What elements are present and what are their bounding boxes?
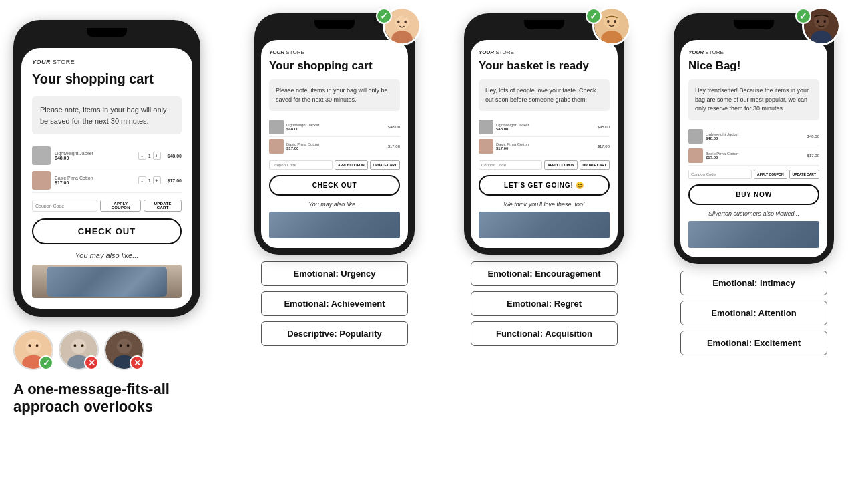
item-total: $17.00 bbox=[388, 144, 400, 148]
item-total: $48.00 bbox=[807, 134, 819, 138]
also-like-image bbox=[688, 221, 819, 248]
qty-controls[interactable]: - 1 + bbox=[138, 176, 161, 184]
product-image-jacket bbox=[32, 146, 51, 165]
check-badge: ✓ bbox=[39, 355, 53, 370]
item-price: $17.00 bbox=[55, 180, 134, 185]
notice-text: Please note, items in your bag will only… bbox=[276, 86, 393, 104]
coupon-row: APPLY COUPON UPDATE CART bbox=[269, 160, 400, 170]
product-image bbox=[688, 129, 703, 144]
also-like-text: Silverton customers also viewed... bbox=[688, 210, 819, 217]
qty-decrease[interactable]: - bbox=[138, 176, 146, 184]
tag-badge: Emotional: Encouragement bbox=[471, 261, 618, 286]
product-image bbox=[269, 120, 284, 134]
variant-1-container: ✓ YOUR STORE Your shopping cart Please n… bbox=[234, 13, 435, 346]
store-your: YOUR bbox=[479, 49, 494, 55]
table-row: Basic Pima Cotton $17.00 - 1 + $17.00 bbox=[32, 168, 182, 193]
table-row: Lightweight Jacket $48.00 - 1 + $48.00 bbox=[32, 144, 182, 168]
variant-1-screen: YOUR STORE Your shopping cart Please not… bbox=[261, 40, 408, 248]
item-total: $48.00 bbox=[168, 154, 182, 158]
table-row: Lightweight Jacket $48.00 $48.00 bbox=[269, 118, 400, 137]
checkout-button[interactable]: LET'S GET GOING! 😊 bbox=[479, 175, 610, 196]
apply-coupon-button[interactable]: APPLY COUPON bbox=[100, 200, 141, 212]
variant-2-container: ✓ YOUR STORE Your basket is ready Hey, l… bbox=[443, 13, 645, 346]
item-price: $48.00 bbox=[706, 136, 805, 140]
item-details: Lightweight Jacket $48.00 bbox=[706, 132, 805, 140]
svg-point-16 bbox=[120, 344, 122, 347]
notice-box: Hey, lots of people love your taste. Che… bbox=[479, 79, 610, 111]
store-label: STORE bbox=[53, 59, 75, 65]
apply-coupon-button[interactable]: APPLY COUPON bbox=[335, 160, 367, 170]
svg-point-28 bbox=[607, 20, 609, 23]
apply-coupon-button[interactable]: APPLY COUPON bbox=[754, 170, 787, 179]
coupon-input[interactable] bbox=[688, 170, 752, 179]
qty-value: 1 bbox=[148, 154, 151, 158]
coupon-row: APPLY COUPON UPDATE CART bbox=[688, 170, 819, 179]
table-row: Lightweight Jacket $48.00 $48.00 bbox=[688, 127, 819, 146]
update-cart-button[interactable]: UPDATE CART bbox=[144, 200, 182, 212]
notice-text: Hey trendsetter! Because the items in yo… bbox=[695, 86, 813, 114]
item-total: $17.00 bbox=[598, 144, 610, 148]
cart-items: Lightweight Jacket $48.00 $48.00 Basic P… bbox=[269, 118, 400, 156]
qty-increase[interactable]: + bbox=[153, 176, 161, 184]
item-details: Lightweight Jacket $48.00 bbox=[496, 123, 595, 131]
notice-box: Hey trendsetter! Because the items in yo… bbox=[688, 79, 819, 120]
checkout-button[interactable]: CHECK OUT bbox=[269, 175, 400, 196]
avatar-man2-x: ✕ bbox=[104, 330, 144, 370]
phone-notch bbox=[504, 20, 584, 35]
store-your: YOUR bbox=[688, 49, 704, 55]
also-like-image bbox=[32, 265, 182, 298]
svg-point-11 bbox=[81, 344, 84, 347]
item-price: $17.00 bbox=[496, 146, 595, 150]
update-cart-button[interactable]: UPDATE CART bbox=[789, 170, 819, 179]
qty-increase[interactable]: + bbox=[153, 152, 161, 160]
svg-point-23 bbox=[404, 21, 406, 23]
item-total: $48.00 bbox=[598, 125, 610, 129]
variant-2-phone: ✓ YOUR STORE Your basket is ready Hey, l… bbox=[464, 13, 624, 255]
store-header: YOUR STORE bbox=[269, 49, 400, 55]
product-image bbox=[688, 148, 703, 163]
svg-point-10 bbox=[74, 344, 77, 347]
item-price: $17.00 bbox=[706, 156, 805, 160]
notice-box: Please note, items in your bag will only… bbox=[269, 79, 400, 111]
also-like-image bbox=[479, 212, 610, 238]
also-like-text: We think you'll love these, too! bbox=[479, 201, 610, 208]
svg-point-35 bbox=[823, 20, 825, 23]
item-total: $17.00 bbox=[807, 154, 819, 158]
variant-3-tags: Emotional: Intimacy Emotional: Attention… bbox=[680, 271, 827, 355]
store-header: YOUR STORE bbox=[479, 49, 610, 55]
coupon-input[interactable] bbox=[479, 160, 542, 170]
item-name: Lightweight Jacket bbox=[55, 151, 134, 156]
item-total: $17.00 bbox=[168, 178, 182, 183]
variant-3-screen: YOUR STORE Nice Bag! Hey trendsetter! Be… bbox=[680, 40, 827, 257]
update-cart-button[interactable]: UPDATE CART bbox=[370, 160, 400, 170]
item-details: Basic Pima Cotton $17.00 bbox=[706, 152, 805, 160]
store-header: YOUR STORE bbox=[688, 49, 819, 55]
cart-title: Your shopping cart bbox=[32, 71, 182, 87]
apply-coupon-button[interactable]: APPLY COUPON bbox=[544, 160, 577, 170]
coupon-input[interactable] bbox=[269, 160, 333, 170]
coupon-input[interactable] bbox=[32, 200, 97, 212]
right-panels: ✓ YOUR STORE Your shopping cart Please n… bbox=[234, 13, 855, 476]
svg-point-34 bbox=[817, 20, 819, 23]
item-total: $48.00 bbox=[388, 125, 400, 129]
qty-controls[interactable]: - 1 + bbox=[138, 152, 161, 160]
checkout-button[interactable]: CHECK OUT bbox=[32, 218, 182, 244]
qty-decrease[interactable]: - bbox=[138, 152, 146, 160]
variant-3-container: ✓ YOUR STORE Nice Bag! Hey trendsetter! … bbox=[653, 13, 855, 355]
phone-screen: YOUR STORE Your shopping cart Please not… bbox=[21, 48, 192, 309]
cart-items: Lightweight Jacket $48.00 $48.00 Basic P… bbox=[688, 127, 819, 166]
item-details: Lightweight Jacket $48.00 bbox=[286, 123, 385, 131]
item-name: Basic Pima Cotton bbox=[55, 176, 134, 180]
variant-title: Nice Bag! bbox=[688, 59, 819, 73]
variant-1-check: ✓ bbox=[376, 8, 392, 24]
tag-badge: Functional: Acquisition bbox=[471, 321, 618, 346]
update-cart-button[interactable]: UPDATE CART bbox=[580, 160, 610, 170]
checkout-button[interactable]: BUY NOW bbox=[688, 184, 819, 205]
avatar-woman-check: ✓ bbox=[13, 330, 53, 370]
variant-2-check: ✓ bbox=[586, 8, 602, 24]
store-your-label: YOUR bbox=[32, 59, 51, 65]
product-image-top bbox=[32, 171, 51, 190]
svg-point-17 bbox=[127, 344, 130, 347]
phone-notch bbox=[714, 20, 794, 35]
table-row: Lightweight Jacket $48.00 $48.00 bbox=[479, 118, 610, 137]
